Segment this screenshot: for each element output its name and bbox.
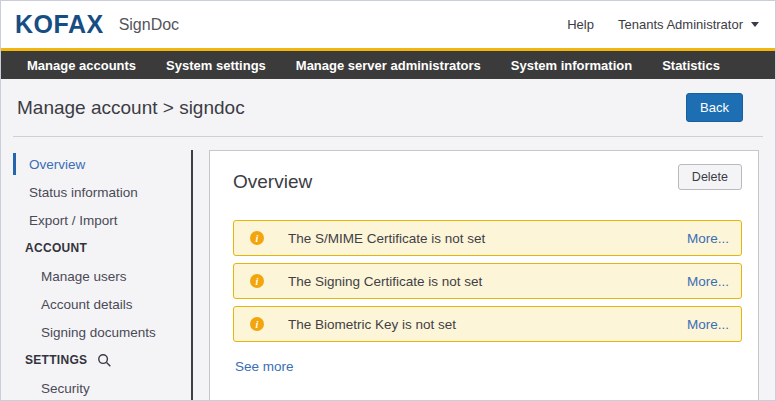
info-icon: i [250, 317, 264, 331]
content-area: Overview Status information Export / Imp… [1, 137, 775, 400]
nav-item-manage-accounts[interactable]: Manage accounts [27, 58, 136, 73]
user-menu-label: Tenants Administrator [618, 17, 743, 32]
alert-smime-certificate: i The S/MIME Certificate is not set More… [233, 220, 742, 256]
panel-title: Overview [233, 171, 312, 193]
header-actions: Help Tenants Administrator [567, 17, 759, 32]
help-link[interactable]: Help [567, 17, 594, 32]
main-navbar: Manage accounts System settings Manage s… [1, 51, 775, 79]
sidebar-item-security[interactable]: Security [13, 374, 191, 401]
user-menu[interactable]: Tenants Administrator [618, 17, 759, 32]
more-link[interactable]: More... [687, 231, 729, 246]
more-link[interactable]: More... [687, 274, 729, 289]
search-icon[interactable] [97, 353, 112, 368]
page-title: Manage account > signdoc [17, 97, 245, 119]
sidebar-section-settings: SETTINGS [13, 346, 191, 374]
sidebar-item-status-information[interactable]: Status information [13, 178, 191, 206]
selected-indicator [13, 153, 16, 175]
nav-item-manage-server-administrators[interactable]: Manage server administrators [296, 58, 481, 73]
info-icon: i [250, 274, 264, 288]
panel-header: Overview Delete [233, 164, 742, 193]
alert-message: The Signing Certificate is not set [288, 274, 482, 289]
back-button[interactable]: Back [686, 93, 743, 122]
sidebar-item-manage-users[interactable]: Manage users [13, 262, 191, 290]
sidebar-item-account-details[interactable]: Account details [13, 290, 191, 318]
sidebar-item-export-import[interactable]: Export / Import [13, 206, 191, 234]
info-icon: i [250, 231, 264, 245]
alert-signing-certificate: i The Signing Certificate is not set Mor… [233, 263, 742, 299]
page-title-row: Manage account > signdoc Back [1, 79, 775, 136]
top-header: KOFAX SignDoc Help Tenants Administrator [1, 1, 775, 48]
sidebar-item-signing-documents[interactable]: Signing documents [13, 318, 191, 346]
sidebar-divider [191, 150, 193, 400]
nav-item-system-information[interactable]: System information [511, 58, 632, 73]
delete-button[interactable]: Delete [678, 164, 742, 190]
alert-biometric-key: i The Biometric Key is not set More... [233, 306, 742, 342]
sidebar: Overview Status information Export / Imp… [13, 150, 191, 400]
product-name: SignDoc [119, 16, 179, 34]
nav-item-system-settings[interactable]: System settings [166, 58, 266, 73]
chevron-down-icon [751, 22, 759, 27]
see-more-link[interactable]: See more [235, 359, 294, 374]
alert-message: The Biometric Key is not set [288, 317, 456, 332]
overview-panel: Overview Delete i The S/MIME Certificate… [209, 150, 759, 401]
alert-list: i The S/MIME Certificate is not set More… [233, 220, 742, 342]
alert-message: The S/MIME Certificate is not set [288, 231, 485, 246]
sidebar-item-overview[interactable]: Overview [13, 150, 191, 178]
sidebar-section-account: ACCOUNT [13, 234, 191, 262]
kofax-logo: KOFAX [15, 10, 104, 39]
nav-item-statistics[interactable]: Statistics [662, 58, 720, 73]
more-link[interactable]: More... [687, 317, 729, 332]
app-window: KOFAX SignDoc Help Tenants Administrator… [0, 0, 776, 401]
